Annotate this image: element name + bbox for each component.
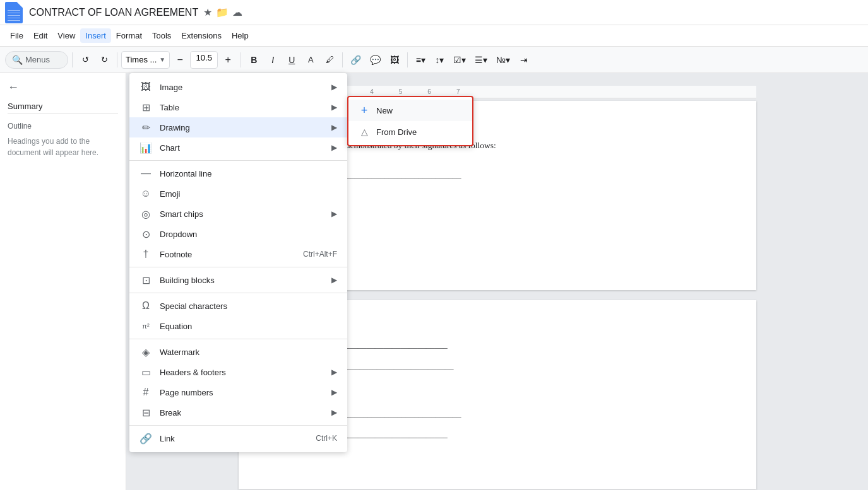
smart-chips-icon: ◎ xyxy=(140,207,152,220)
image-button[interactable]: 🖼 xyxy=(386,51,403,69)
insert-watermark[interactable]: ◈ Watermark xyxy=(129,342,347,362)
link-shortcut: Ctrl+K xyxy=(316,434,337,443)
italic-button[interactable]: I xyxy=(264,51,282,69)
menu-insert[interactable]: Insert xyxy=(80,28,111,43)
emoji-menu-icon: ☺ xyxy=(140,187,152,200)
outline-hint: Headings you add to the document will ap… xyxy=(8,136,118,158)
doc-borrower: "BORROWER" xyxy=(284,385,711,399)
comment-button[interactable]: 💬 xyxy=(366,51,384,69)
doc-icon xyxy=(5,2,23,23)
menu-help[interactable]: Help xyxy=(227,28,254,43)
summary-label: Summary xyxy=(8,102,118,111)
insert-break[interactable]: ⊟ Break ▶ xyxy=(129,402,347,423)
font-size-box[interactable]: 10.5 xyxy=(190,51,218,69)
doc-signed-line: Signed: ________________________________… xyxy=(284,168,711,182)
footnote-icon: † xyxy=(140,248,152,260)
separator-3 xyxy=(241,52,241,67)
watermark-icon: ◈ xyxy=(140,346,152,358)
divider-1 xyxy=(129,160,347,161)
insert-link[interactable]: 🔗 Link Ctrl+K xyxy=(129,428,347,448)
insert-chart[interactable]: 📊 Chart ▶ xyxy=(129,137,347,158)
table-menu-icon: ⊞ xyxy=(140,101,152,114)
indent-button[interactable]: ⇥ xyxy=(515,51,533,69)
drawing-from-drive[interactable]: △ From Drive xyxy=(348,121,472,143)
smart-chips-arrow: ▶ xyxy=(331,209,337,218)
menu-edit[interactable]: Edit xyxy=(28,28,52,43)
insert-special-chars[interactable]: Ω Special characters xyxy=(129,296,347,316)
title-icons: ★ 📁 ☁ xyxy=(203,6,242,18)
font-name: Times ... xyxy=(126,55,157,64)
back-arrow-icon: ← xyxy=(8,81,19,94)
insert-page-numbers[interactable]: # Page numbers ▶ xyxy=(129,382,347,402)
top-bar: CONTRACT OF LOAN AGREEMENT ★ 📁 ☁ xyxy=(0,0,868,25)
insert-dropdown[interactable]: ⊙ Dropdown xyxy=(129,224,347,244)
search-label: Menus xyxy=(25,55,50,64)
text-color-button[interactable]: A xyxy=(302,51,319,69)
special-chars-label: Special characters xyxy=(160,301,337,311)
menu-format[interactable]: Format xyxy=(111,28,147,43)
checklist-button[interactable]: ☑▾ xyxy=(449,51,470,69)
link-label: Link xyxy=(160,434,308,443)
menu-tools[interactable]: Tools xyxy=(147,28,176,43)
insert-equation[interactable]: π² Equation xyxy=(129,316,347,336)
building-blocks-label: Building blocks xyxy=(160,276,324,285)
folder-icon[interactable]: 📁 xyxy=(216,6,229,18)
building-blocks-icon: ⊡ xyxy=(140,274,152,286)
insert-horizontal-line[interactable]: — Horizontal line xyxy=(129,163,347,184)
sidebar-back[interactable]: ← xyxy=(8,81,118,94)
image-label: Image xyxy=(160,83,324,92)
star-icon[interactable]: ★ xyxy=(203,6,212,18)
watermark-label: Watermark xyxy=(160,347,337,357)
drive-icon: △ xyxy=(359,126,370,137)
page-numbers-icon: # xyxy=(140,386,152,399)
chart-menu-icon: 📊 xyxy=(140,141,152,154)
doc-date-line: Date: __________________________________… xyxy=(284,359,711,373)
highlight-button[interactable]: 🖊 xyxy=(321,51,338,69)
dropdown-label: Dropdown xyxy=(160,230,337,239)
insert-smart-chips[interactable]: ◎ Smart chips ▶ xyxy=(129,204,347,224)
sidebar: ← Summary Outline Headings you add to th… xyxy=(0,73,126,490)
insert-footnote[interactable]: † Footnote Ctrl+Alt+F xyxy=(129,244,347,264)
align-button[interactable]: ≡▾ xyxy=(412,51,429,69)
separator-5 xyxy=(407,52,408,67)
drawing-new[interactable]: + New xyxy=(348,100,472,121)
divider-4 xyxy=(129,339,347,339)
insert-building-blocks[interactable]: ⊡ Building blocks ▶ xyxy=(129,270,347,290)
break-arrow: ▶ xyxy=(331,408,337,417)
new-label: New xyxy=(376,106,393,115)
toolbar: 🔍 Menus ↺ ↻ Times ... ▼ − 10.5 + B I U A… xyxy=(0,47,868,73)
cloud-icon[interactable]: ☁ xyxy=(232,6,242,18)
doc-by2: By: ___________________________________ xyxy=(284,428,711,441)
search-box[interactable]: 🔍 Menus xyxy=(5,51,68,69)
font-size-minus[interactable]: − xyxy=(171,51,189,69)
numbered-list-button[interactable]: №▾ xyxy=(492,51,514,69)
menu-bar: File Edit View Insert Format Tools Exten… xyxy=(0,25,868,47)
chart-arrow: ▶ xyxy=(331,143,337,152)
insert-image[interactable]: 🖼 Image ▶ xyxy=(129,77,347,97)
redo-button[interactable]: ↻ xyxy=(95,51,113,69)
insert-table[interactable]: ⊞ Table ▶ xyxy=(129,97,347,117)
underline-button[interactable]: U xyxy=(283,51,300,69)
bullet-list-button[interactable]: ☰▾ xyxy=(471,51,491,69)
hline-label: Horizontal line xyxy=(160,169,337,178)
font-size-plus[interactable]: + xyxy=(219,51,237,69)
bold-button[interactable]: B xyxy=(245,51,263,69)
from-drive-label: From Drive xyxy=(376,127,417,137)
link-button[interactable]: 🔗 xyxy=(347,51,365,69)
headers-arrow: ▶ xyxy=(331,368,337,376)
menu-extensions[interactable]: Extensions xyxy=(176,28,227,43)
footnote-shortcut: Ctrl+Alt+F xyxy=(303,250,337,259)
hline-menu-icon: — xyxy=(140,167,152,180)
page-numbers-arrow: ▶ xyxy=(331,388,337,397)
menu-view[interactable]: View xyxy=(52,28,80,43)
menu-file[interactable]: File xyxy=(5,28,28,43)
insert-emoji[interactable]: ☺ Emoji xyxy=(129,184,347,204)
undo-button[interactable]: ↺ xyxy=(76,51,94,69)
footnote-label: Footnote xyxy=(160,250,295,259)
font-selector[interactable]: Times ... ▼ xyxy=(121,51,170,69)
line-spacing-button[interactable]: ↕▾ xyxy=(431,51,448,69)
outline-label: Outline xyxy=(8,122,118,131)
special-chars-icon: Ω xyxy=(140,300,152,312)
insert-headers-footers[interactable]: ▭ Headers & footers ▶ xyxy=(129,362,347,382)
insert-drawing[interactable]: ✏ Drawing ▶ xyxy=(129,117,347,137)
